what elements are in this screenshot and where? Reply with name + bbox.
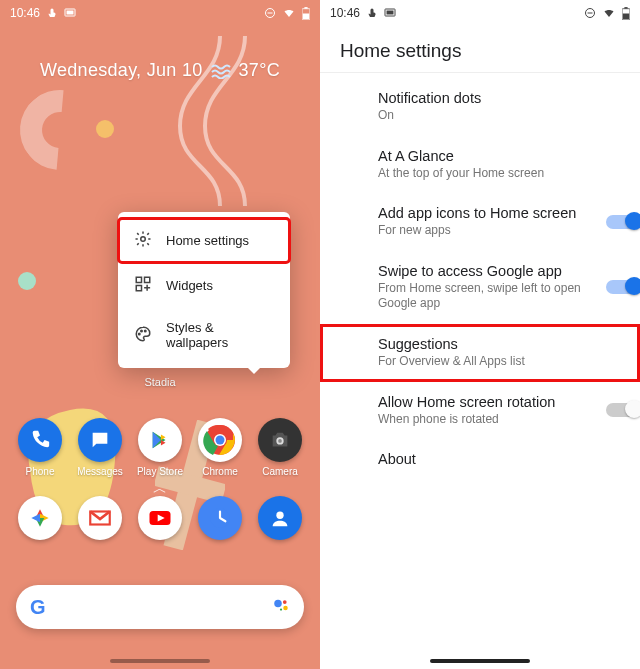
divider: [320, 72, 640, 73]
svg-point-15: [145, 330, 147, 332]
svg-point-26: [283, 600, 287, 604]
setting-swipe-google-app[interactable]: Swipe to access Google app From Home scr…: [320, 251, 640, 324]
menu-item-label: Widgets: [166, 278, 213, 293]
svg-point-20: [278, 439, 282, 443]
svg-rect-30: [387, 11, 394, 15]
setting-title: At A Glance: [378, 148, 620, 164]
app-clock[interactable]: [192, 496, 248, 540]
app-phone[interactable]: Phone: [12, 418, 68, 477]
temperature: 37°C: [239, 60, 280, 81]
status-time: 10:46: [330, 6, 360, 20]
setting-title: About: [378, 451, 620, 467]
svg-point-24: [276, 512, 283, 519]
app-label: Camera: [262, 466, 298, 477]
app-label: Phone: [26, 466, 55, 477]
app-chrome[interactable]: Chrome: [192, 418, 248, 477]
toggle-switch[interactable]: [606, 213, 640, 231]
navigation-pill[interactable]: [110, 659, 210, 663]
battery-icon: [302, 7, 310, 20]
status-bar-left: 10:46: [0, 0, 320, 26]
setting-subtitle: When phone is rotated: [378, 412, 620, 428]
setting-title: Notification dots: [378, 90, 620, 106]
status-bar-right: 10:46: [320, 0, 640, 26]
settings-list[interactable]: Notification dots On At A Glance At the …: [320, 78, 640, 649]
svg-point-28: [280, 608, 282, 610]
svg-rect-7: [304, 7, 307, 9]
folder-label: Stadia: [0, 376, 320, 388]
battery-icon: [622, 7, 630, 20]
svg-rect-32: [588, 13, 593, 14]
gear-icon: [134, 230, 152, 251]
home-screen: 10:46 Wednesday, Jun 10 37°C Home settin…: [0, 0, 320, 669]
svg-rect-34: [624, 7, 627, 9]
setting-subtitle: For new apps: [378, 223, 620, 239]
setting-subtitle: On: [378, 108, 620, 124]
svg-rect-11: [145, 277, 150, 282]
wifi-icon: [282, 7, 296, 19]
svg-rect-35: [623, 13, 629, 19]
setting-subtitle: For Overview & All Apps list: [378, 354, 620, 370]
app-gmail[interactable]: [72, 496, 128, 540]
setting-at-a-glance[interactable]: At A Glance At the top of your Home scre…: [320, 136, 640, 194]
svg-point-18: [216, 436, 225, 445]
wifi-icon: [602, 7, 616, 19]
svg-rect-10: [136, 277, 141, 282]
svg-point-14: [141, 330, 143, 332]
svg-rect-3: [67, 11, 74, 15]
widgets-icon: [134, 275, 152, 296]
svg-rect-12: [136, 286, 141, 291]
toggle-switch[interactable]: [606, 278, 640, 296]
navigation-pill[interactable]: [430, 659, 530, 663]
page-title: Home settings: [340, 40, 461, 62]
app-camera[interactable]: Camera: [252, 418, 308, 477]
setting-subtitle: From Home screen, swipe left to open Goo…: [378, 281, 620, 312]
menu-styles-wallpapers[interactable]: Styles & wallpapers: [118, 308, 290, 362]
cast-icon: [384, 7, 396, 19]
menu-home-settings[interactable]: Home settings: [118, 218, 290, 263]
setting-notification-dots[interactable]: Notification dots On: [320, 78, 640, 136]
setting-title: Allow Home screen rotation: [378, 394, 620, 410]
dnd-icon: [584, 7, 596, 19]
svg-point-9: [141, 237, 146, 242]
dnd-icon: [264, 7, 276, 19]
app-youtube[interactable]: [132, 496, 188, 540]
cast-icon: [64, 7, 76, 19]
svg-point-25: [274, 600, 282, 608]
setting-home-rotation[interactable]: Allow Home screen rotation When phone is…: [320, 382, 640, 440]
google-logo-icon: G: [30, 596, 46, 619]
home-settings-screen: 10:46 Home settings Notification dots On…: [320, 0, 640, 669]
menu-widgets[interactable]: Widgets: [118, 263, 290, 308]
favorites-row: [0, 496, 320, 540]
setting-title: Suggestions: [378, 336, 620, 352]
weather-icon: [211, 63, 231, 79]
toggle-switch[interactable]: [606, 401, 640, 419]
status-time: 10:46: [10, 6, 40, 20]
svg-point-13: [139, 333, 141, 335]
app-photos[interactable]: [12, 496, 68, 540]
svg-point-27: [283, 606, 288, 611]
app-label: Chrome: [202, 466, 238, 477]
touch-icon: [46, 7, 58, 19]
setting-suggestions[interactable]: Suggestions For Overview & All Apps list: [320, 324, 640, 382]
setting-subtitle: At the top of your Home screen: [378, 166, 620, 182]
setting-about[interactable]: About: [320, 439, 640, 479]
menu-item-label: Home settings: [166, 233, 249, 248]
app-contacts[interactable]: [252, 496, 308, 540]
assistant-icon[interactable]: [272, 596, 290, 618]
setting-add-app-icons[interactable]: Add app icons to Home screen For new app…: [320, 193, 640, 251]
search-bar[interactable]: G: [16, 585, 304, 629]
svg-rect-8: [303, 13, 309, 19]
at-a-glance[interactable]: Wednesday, Jun 10 37°C: [0, 60, 320, 81]
touch-icon: [366, 7, 378, 19]
dock-row-1: Phone Messages Play Store Chrome Camera: [0, 418, 320, 477]
home-context-menu: Home settings Widgets Styles & wallpaper…: [118, 212, 290, 368]
palette-icon: [134, 325, 152, 346]
svg-rect-5: [268, 13, 273, 14]
setting-title: Swipe to access Google app: [378, 263, 620, 279]
date-text: Wednesday, Jun 10: [40, 60, 203, 81]
app-label: Messages: [77, 466, 123, 477]
app-label: Play Store: [137, 466, 183, 477]
app-messages[interactable]: Messages: [72, 418, 128, 477]
menu-item-label: Styles & wallpapers: [166, 320, 274, 350]
app-play-store[interactable]: Play Store: [132, 418, 188, 477]
